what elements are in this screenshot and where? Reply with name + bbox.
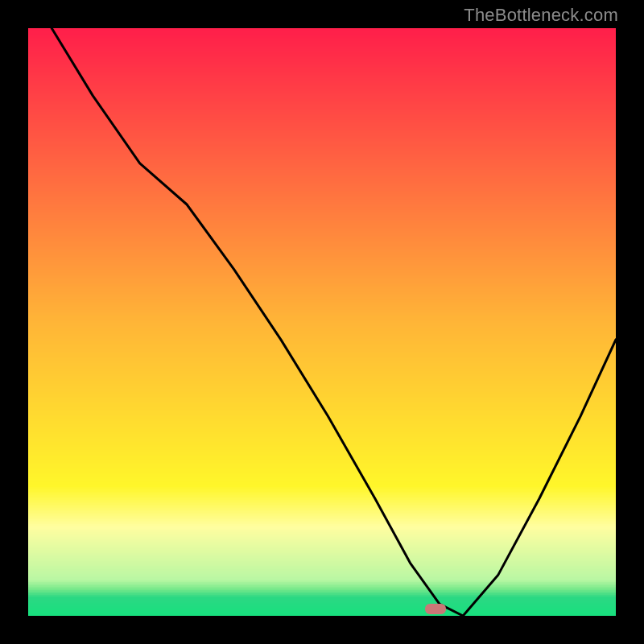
watermark-text: TheBottleneck.com	[464, 5, 618, 26]
bottleneck-curve	[52, 28, 616, 616]
optimum-marker	[425, 604, 446, 614]
curve-layer	[28, 28, 616, 616]
chart-frame: TheBottleneck.com	[0, 0, 644, 644]
plot-area	[28, 28, 616, 616]
